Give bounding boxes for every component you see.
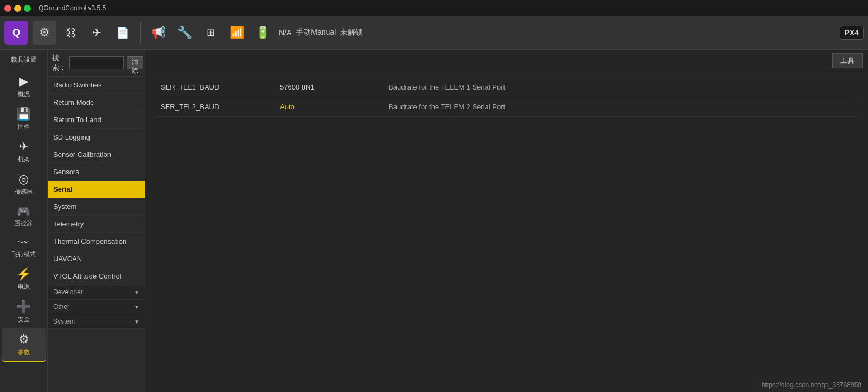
power-icon: ⚡ <box>16 267 31 281</box>
sensors-icon: ◎ <box>18 172 29 186</box>
param-item-return-mode[interactable]: Return Mode <box>48 94 145 111</box>
airframe-label: 机架 <box>18 155 30 163</box>
clear-button[interactable]: 清除 <box>127 56 143 69</box>
search-input[interactable] <box>69 56 124 69</box>
firmware-label: 固件 <box>18 123 30 131</box>
sidebar-item-overview[interactable]: ▶ 概况 <box>2 70 46 103</box>
qgc-logo[interactable]: Q <box>4 21 28 45</box>
param-item-vtol[interactable]: VTOL Attitude Control <box>48 268 145 285</box>
param-item-uavcan[interactable]: UAVCAN <box>48 250 145 268</box>
radio-icon: 🎮 <box>17 205 30 218</box>
param-value-1[interactable]: Auto <box>280 103 378 111</box>
firmware-icon: 💾 <box>16 107 31 121</box>
param-panel: 搜索： 清除 Radio Switches Return Mode Return… <box>48 50 145 392</box>
table-row: SER_TEL2_BAUD Auto Baudrate for the TELE… <box>156 97 857 117</box>
group-developer-arrow: ▼ <box>134 289 139 295</box>
battery-label: N/A <box>279 28 291 37</box>
mode-label: 手动Manual <box>296 28 336 37</box>
params-table: SER_TEL1_BAUD 57600 8N1 Baudrate for the… <box>145 72 868 122</box>
group-other-arrow: ▼ <box>134 304 139 310</box>
minimize-button[interactable] <box>14 5 21 12</box>
search-area: 搜索： 清除 <box>48 50 145 77</box>
sensors-label: 传感器 <box>15 188 33 196</box>
param-list: Radio Switches Return Mode Return To Lan… <box>48 77 145 392</box>
table-row: SER_TEL1_BAUD 57600 8N1 Baudrate for the… <box>156 78 857 97</box>
group-developer-label: Developer <box>53 288 83 296</box>
content-toolbar: 工具 <box>145 50 868 72</box>
sidebar-item-power[interactable]: ⚡ 电源 <box>2 263 46 295</box>
sidebar-item-radio[interactable]: 🎮 遥控器 <box>2 200 46 232</box>
toolbar-right: PX4 <box>840 26 864 40</box>
param-item-telemetry[interactable]: Telemetry <box>48 216 145 233</box>
param-item-sensors[interactable]: Sensors <box>48 163 145 181</box>
param-desc-0: Baudrate for the TELEM 1 Serial Port <box>388 83 853 91</box>
main-toolbar: Q ⚙ ⛓ ✈ 📄 📢 🔧 ⊞ 📶 🔋 N/A 手动Manual 未解锁 PX4 <box>0 16 868 50</box>
group-developer[interactable]: Developer ▼ <box>48 285 145 300</box>
sidebar-item-airframe[interactable]: ✈ 机架 <box>2 135 46 168</box>
window-controls[interactable] <box>4 5 31 12</box>
lock-label: 未解锁 <box>340 28 363 37</box>
param-name-0: SER_TEL1_BAUD <box>161 83 269 91</box>
param-item-sensor-calibration[interactable]: Sensor Calibration <box>48 146 145 163</box>
overview-label: 概况 <box>18 90 30 98</box>
param-item-return-to-land[interactable]: Return To Land <box>48 111 145 129</box>
param-name-1: SER_TEL2_BAUD <box>161 103 269 111</box>
group-other[interactable]: Other ▼ <box>48 300 145 314</box>
search-label: 搜索： <box>52 53 66 73</box>
param-item-thermal-compensation[interactable]: Thermal Compensation <box>48 233 145 250</box>
sidebar-item-safety[interactable]: ➕ 安全 <box>2 295 46 328</box>
param-item-radio-switches[interactable]: Radio Switches <box>48 77 145 94</box>
plan-icon[interactable]: ✈ <box>85 21 108 45</box>
params-icon: ⚙ <box>18 332 29 346</box>
title-bar: QGroundControl v3.5.5 <box>0 0 868 16</box>
nav-sidebar: 载具设置 ▶ 概况 💾 固件 ✈ 机架 ◎ 传感器 🎮 遥控器 〰 飞行模式 ⚡… <box>0 50 48 392</box>
overview-icon: ▶ <box>19 74 28 88</box>
vehicle-icon[interactable]: ⊞ <box>199 21 222 45</box>
param-item-sd-logging[interactable]: SD Logging <box>48 129 145 146</box>
param-desc-1: Baudrate for the TELEM 2 Serial Port <box>388 103 853 111</box>
sidebar-item-flight-modes[interactable]: 〰 飞行模式 <box>2 232 46 263</box>
app-title: QGroundControl v3.5.5 <box>39 4 106 12</box>
flight-modes-label: 飞行模式 <box>12 250 36 258</box>
doc-icon[interactable]: 📄 <box>111 21 135 45</box>
tools-button[interactable]: 工具 <box>832 53 863 68</box>
vehicle-setup-label: 载具设置 <box>11 52 37 70</box>
footer-url: https://blog.csdn.net/qq_38768959 <box>762 381 861 389</box>
airframe-icon: ✈ <box>19 140 29 154</box>
param-item-serial[interactable]: Serial <box>48 181 145 198</box>
group-system-arrow: ▼ <box>134 319 139 325</box>
power-label: 电源 <box>18 283 30 291</box>
close-button[interactable] <box>4 5 11 12</box>
flight-modes-icon: 〰 <box>18 236 29 249</box>
group-other-label: Other <box>53 303 69 311</box>
battery-icon[interactable]: 🔋 <box>251 21 275 45</box>
group-system[interactable]: System ▼ <box>48 314 145 329</box>
safety-label: 安全 <box>18 315 30 324</box>
sidebar-item-firmware[interactable]: 💾 固件 <box>2 103 46 135</box>
radio-label: 遥控器 <box>15 219 33 227</box>
sidebar-item-sensors[interactable]: ◎ 传感器 <box>2 168 46 200</box>
group-system-label: System <box>53 318 75 325</box>
param-value-0[interactable]: 57600 8N1 <box>280 83 378 91</box>
sidebar-item-params[interactable]: ⚙ 参数 <box>2 328 46 362</box>
config-icon[interactable]: 🔧 <box>173 21 196 45</box>
link-icon[interactable]: ⛓ <box>59 21 82 45</box>
params-label: 参数 <box>18 348 30 356</box>
toolbar-status: N/A 手动Manual 未解锁 <box>279 28 363 37</box>
content-area: 工具 SER_TEL1_BAUD 57600 8N1 Baudrate for … <box>145 50 868 392</box>
param-item-system[interactable]: System <box>48 198 145 216</box>
maximize-button[interactable] <box>24 5 31 12</box>
toolbar-divider <box>140 22 141 43</box>
main-layout: 载具设置 ▶ 概况 💾 固件 ✈ 机架 ◎ 传感器 🎮 遥控器 〰 飞行模式 ⚡… <box>0 50 868 392</box>
signal-icon[interactable]: 📶 <box>225 21 248 45</box>
settings-icon[interactable]: ⚙ <box>33 21 56 45</box>
safety-icon: ➕ <box>16 300 31 314</box>
alert-icon[interactable]: 📢 <box>146 21 170 45</box>
px4-logo: PX4 <box>840 26 864 40</box>
